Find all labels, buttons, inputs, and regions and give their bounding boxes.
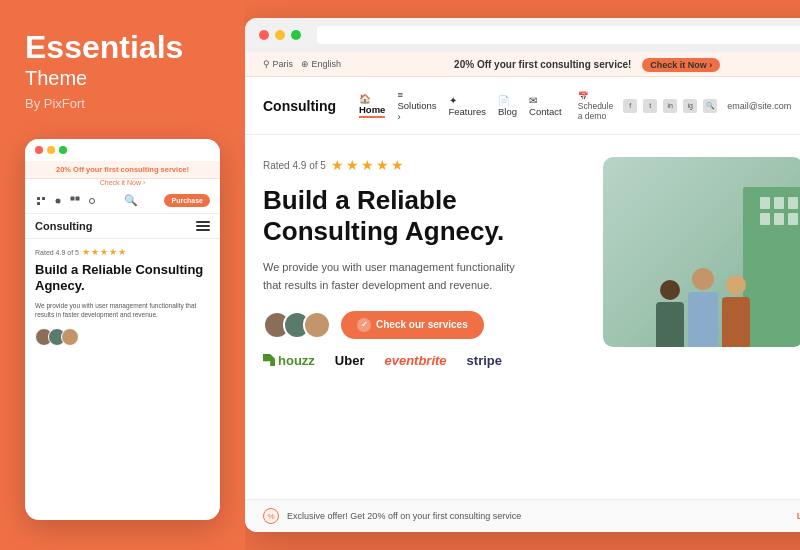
desktop-linkedin-icon[interactable]: in [663, 99, 677, 113]
desktop-dot-green [291, 30, 301, 40]
mobile-rating-text: Rated 4.9 of 5 [35, 249, 79, 256]
mobile-banner-link[interactable]: Check it Now › [25, 179, 220, 188]
desktop-search-icon[interactable]: 🔍 [703, 99, 717, 113]
hero-star-1: ★ [331, 157, 344, 173]
hero-avatar-3 [303, 311, 331, 339]
eventbrite-brand: eventbrite [384, 353, 446, 368]
nav-item-solutions[interactable]: ≡ Solutions › [397, 89, 436, 122]
window-2 [774, 197, 784, 209]
desktop-header: Consulting 🏠 Home ≡ Solutions › ✦ Featur… [245, 77, 800, 135]
hero-stars: ★ ★ ★ ★ ★ [331, 157, 404, 173]
hero-desc: We provide you with user management func… [263, 259, 523, 294]
mobile-star-2: ★ [91, 247, 99, 257]
nav-item-home[interactable]: 🏠 Home [359, 93, 385, 118]
window-5 [774, 213, 784, 225]
desktop-mockup: ⚲ Paris ⊕ English 20% Off your first con… [245, 18, 800, 532]
person2-head [692, 268, 714, 290]
banner-text-content: 20% Off your first consulting service! [454, 59, 631, 70]
svg-rect-2 [42, 197, 45, 200]
location-text: ⚲ Paris [263, 59, 293, 69]
window-1 [760, 197, 770, 209]
hero-image-bg [603, 157, 800, 347]
desktop-dot-yellow [275, 30, 285, 40]
mobile-dot-yellow [47, 146, 55, 154]
hero-content: Rated 4.9 of 5 ★ ★ ★ ★ ★ Build a Reliabl… [263, 157, 563, 485]
svg-rect-1 [37, 202, 40, 205]
mobile-banner: 20% Off your first consulting service! [25, 161, 220, 179]
twitter-icon [52, 195, 64, 207]
left-panel: Essentials Theme By PixFort 20% Off your… [0, 0, 245, 550]
mobile-titlebar [25, 139, 220, 161]
offer-icon: % [263, 508, 279, 524]
mobile-star-3: ★ [100, 247, 108, 257]
desktop-bottom-bar: % Exclusive offer! Get 20% off on your f… [245, 499, 800, 532]
offer-text: Exclusive offer! Get 20% off on your fir… [287, 511, 521, 521]
person1-head [660, 280, 680, 300]
check-services-button[interactable]: ✓ Check our services [341, 311, 484, 339]
check-btn-label: Check our services [376, 319, 468, 330]
desktop-hero: Rated 4.9 of 5 ★ ★ ★ ★ ★ Build a Reliabl… [245, 135, 800, 499]
hero-avatars-row: ✓ Check our services [263, 311, 563, 339]
hero-image-area [583, 157, 800, 485]
brand-subtitle: Theme [25, 67, 220, 90]
hero-star-2: ★ [346, 157, 359, 173]
desktop-email: email@site.com [727, 101, 791, 111]
mobile-star-5: ★ [118, 247, 126, 257]
nav-item-contact[interactable]: ✉ Contact [529, 95, 562, 117]
svg-rect-5 [76, 196, 80, 200]
hero-rating-text: Rated 4.9 of 5 [263, 160, 326, 171]
hero-image-card [603, 157, 800, 347]
mobile-hamburger-icon[interactable] [196, 221, 210, 231]
mobile-banner-text: 20% Off your first consulting service! [56, 165, 189, 174]
brand-by: By PixFort [25, 96, 220, 111]
desktop-header-right: 📅 Schedule a demo f t in ig 🔍 email@site… [578, 85, 800, 126]
mobile-search-icon[interactable]: 🔍 [124, 194, 138, 207]
desktop-nav: 🏠 Home ≡ Solutions › ✦ Features 📄 Blog ✉… [359, 89, 562, 122]
mobile-social-icons [35, 195, 98, 207]
mobile-logo: Consulting [35, 220, 92, 232]
desktop-facebook-icon[interactable]: f [623, 99, 637, 113]
svg-point-6 [90, 198, 95, 203]
mobile-nav: 🔍 Purchase [25, 188, 220, 214]
window-3 [788, 197, 798, 209]
mobile-desc: We provide you with user management func… [35, 301, 210, 321]
mobile-dot-green [59, 146, 67, 154]
mobile-mockup: 20% Off your first consulting service! C… [25, 139, 220, 520]
mobile-content: Rated 4.9 of 5 ★ ★ ★ ★ ★ Build a Reliabl… [25, 239, 220, 520]
mobile-rating: Rated 4.9 of 5 ★ ★ ★ ★ ★ [35, 247, 210, 257]
hero-star-4: ★ [376, 157, 389, 173]
stripe-brand: stripe [467, 353, 502, 368]
hero-title-line2: Consulting Agnecy. [263, 216, 504, 246]
window-6 [788, 213, 798, 225]
window-4 [760, 213, 770, 225]
mobile-stars: ★ ★ ★ ★ ★ [82, 247, 126, 257]
mobile-dot-red [35, 146, 43, 154]
hero-avatars [263, 311, 331, 339]
person1-body [656, 302, 684, 347]
check-icon: ✓ [357, 318, 371, 332]
linkedin-icon [69, 195, 81, 207]
nav-item-blog[interactable]: 📄 Blog [498, 95, 517, 117]
mobile-logo-nav: Consulting [25, 214, 220, 239]
person-2 [688, 268, 718, 347]
instagram-icon [86, 195, 98, 207]
person3-body [722, 297, 750, 347]
desktop-twitter-icon[interactable]: t [643, 99, 657, 113]
desktop-url-bar[interactable] [317, 26, 800, 44]
mobile-avatars [35, 328, 210, 346]
mobile-heading: Build a Reliable Consulting Agnecy. [35, 262, 210, 295]
language-text: ⊕ English [301, 59, 341, 69]
hero-rating: Rated 4.9 of 5 ★ ★ ★ ★ ★ [263, 157, 563, 173]
mobile-purchase-button[interactable]: Purchase [164, 194, 210, 207]
schedule-demo-link[interactable]: 📅 Schedule a demo [578, 91, 613, 121]
nav-item-features[interactable]: ✦ Features [449, 95, 487, 117]
banner-cta-button[interactable]: Check it Now › [642, 58, 720, 72]
person3-head [726, 275, 746, 295]
svg-point-3 [56, 198, 61, 203]
mobile-star-1: ★ [82, 247, 90, 257]
building-windows [760, 197, 798, 225]
desktop-instagram-icon[interactable]: ig [683, 99, 697, 113]
brand-title: Essentials [25, 30, 220, 65]
person2-body [688, 292, 718, 347]
building-illustration [743, 187, 800, 347]
